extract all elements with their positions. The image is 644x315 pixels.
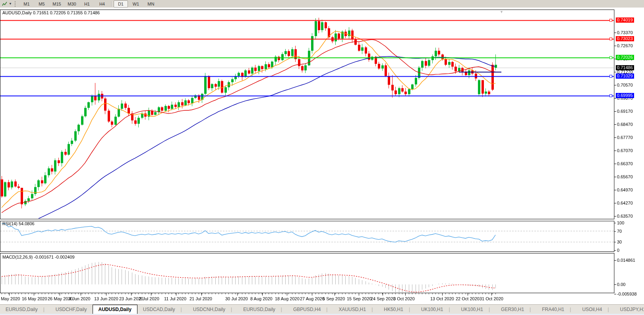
hline-price-tag: 0.73023: [616, 36, 634, 41]
timeframe-button-h4[interactable]: H4: [95, 0, 109, 8]
timeframe-button-m1[interactable]: M1: [19, 0, 34, 8]
price-tick-label: 0.67770: [617, 135, 633, 140]
tab-gbpusd-h4[interactable]: GBPUSD,H4|: [288, 305, 333, 314]
tab-usoil-h4[interactable]: USOil,H4|: [576, 305, 614, 314]
date-axis-label: 30 Jul 2020: [225, 296, 248, 301]
date-axis-label: 5 Sep 2020: [323, 296, 345, 301]
price-tick-label: 0.64270: [617, 201, 633, 205]
date-axis-label: 13 Jun 2020: [94, 296, 118, 301]
price-tick-label: 0.65670: [617, 174, 633, 179]
hline-price-tag: 0.72026: [616, 55, 634, 60]
tab-separator: |: [231, 307, 232, 312]
date-axis-label: 21 Jul 2020: [190, 296, 212, 301]
date-axis-label: 24 Sep 2020: [371, 296, 395, 301]
tab-audusd-daily[interactable]: AUDUSD,Daily: [93, 305, 137, 314]
tab-separator: |: [409, 307, 410, 312]
price-tick-label: 0.67070: [617, 148, 633, 153]
tab-usdcnh-daily[interactable]: USDCNH,Daily|: [188, 305, 238, 314]
rsi-axis-label: 30: [617, 240, 622, 244]
macd-axis-label: -0.005938: [617, 292, 637, 296]
hline-price-tag: 0.71029: [616, 73, 634, 79]
timeframe-button-w1[interactable]: W1: [129, 0, 143, 8]
tab-separator: |: [489, 307, 490, 312]
date-axis-label: 11 Jul 2020: [164, 296, 186, 301]
tab-fra40-h1[interactable]: FRA40,H1|: [536, 305, 576, 314]
price-tick-label: 0.63570: [617, 214, 633, 218]
tab-usdjpy-h1[interactable]: USDJPY,H1|: [615, 305, 644, 314]
date-axis-label: 16 May 2020: [22, 296, 47, 301]
date-axis-label: 4 Jun 2020: [69, 296, 90, 301]
tab-separator: |: [326, 307, 327, 312]
date-axis-label: 18 Aug 2020: [275, 296, 300, 301]
date-axis-label: 8 Aug 2020: [250, 296, 273, 301]
timeframe-button-m5[interactable]: M5: [35, 0, 49, 8]
top-toolbar: ▼ M1M5M15M30H1H4D1W1MN: [0, 0, 644, 8]
date-axis-label: 7 May 2020: [0, 296, 20, 301]
timeframe-button-d1[interactable]: D1: [114, 0, 128, 8]
timeframe-button-m15[interactable]: M15: [50, 0, 64, 8]
tab-hk50-h1[interactable]: HK50,H1|: [378, 305, 416, 314]
current-price-tag: 0.71486: [616, 65, 634, 70]
price-tick-label: 0.69170: [617, 109, 633, 114]
tab-separator: |: [181, 307, 182, 312]
rsi-label: RSI(14) 54.0806: [2, 221, 35, 226]
chart-mode-icon[interactable]: [1, 1, 8, 7]
tab-separator: |: [281, 307, 282, 312]
rsi-axis-label: 70: [617, 229, 622, 234]
price-chart-canvas[interactable]: [0, 8, 644, 313]
toolbar-grip[interactable]: [15, 1, 17, 7]
tab-separator: |: [43, 307, 44, 312]
symbol-title: AUDUSD,Daily 0.71651 0.72205 0.71355 0.7…: [2, 10, 100, 15]
price-tick-label: 0.64970: [617, 187, 633, 192]
rsi-axis-label: 0: [617, 248, 619, 253]
date-axis-label: 31 Oct 2020: [480, 296, 503, 301]
macd-label: MACD(12,26,9) -0.001671 -0.002409: [2, 255, 75, 259]
tab-xauusd-h1[interactable]: XAUUSD,H1|: [333, 305, 378, 314]
tab-uk100-h1[interactable]: UK100,H1|: [456, 305, 496, 314]
date-axis-label: 27 Aug 2020: [300, 296, 325, 301]
date-axis-label: 2 Jul 2020: [139, 296, 159, 301]
price-tick-label: 0.73370: [617, 30, 633, 35]
tab-usdchf-daily[interactable]: USDCHF,Daily: [50, 305, 93, 314]
hline-price-tag: 0.74019: [616, 17, 634, 23]
timeframe-button-mn[interactable]: MN: [144, 0, 158, 8]
date-axis-label: 22 Oct 2020: [456, 296, 480, 301]
tab-separator: |: [530, 307, 531, 312]
tab-separator: |: [449, 307, 450, 312]
tab-eurusd-daily[interactable]: EURUSD,Daily|: [238, 305, 288, 314]
macd-axis-label: 0.00: [617, 282, 625, 287]
rsi-axis-label: 100: [617, 220, 624, 225]
tab-eurusd-daily[interactable]: EURUSD,Daily|: [0, 305, 50, 314]
date-axis-label: 3 Oct 2020: [393, 296, 415, 301]
date-axis-label: 13 Oct 2020: [430, 296, 454, 301]
timeframe-button-m30[interactable]: M30: [65, 0, 79, 8]
chart-tab-bar: EURUSD,Daily|USDCHF,DailyAUDUSD,DailyUSD…: [0, 304, 644, 314]
tab-ger30-h1[interactable]: GER30,H1|: [495, 305, 536, 314]
price-tick-label: 0.72670: [617, 43, 633, 48]
macd-axis-label: 0.014861: [617, 258, 635, 263]
tab-uk100-h1[interactable]: UK100,H1|: [416, 305, 456, 314]
date-axis-label: 15 Sep 2020: [347, 296, 371, 301]
chart-shift-icon[interactable]: ▼: [500, 10, 503, 14]
tab-separator: |: [607, 307, 609, 312]
tab-separator: |: [371, 307, 373, 312]
hline-price-tag: 0.69995: [616, 93, 634, 98]
price-tick-label: 0.70570: [617, 83, 633, 87]
tab-separator: |: [570, 307, 571, 312]
tab-usdcad-daily[interactable]: USDCAD,Daily|: [137, 305, 188, 314]
price-tick-label: 0.68470: [617, 122, 633, 127]
chart-mode-dropdown-caret[interactable]: ▼: [9, 2, 12, 6]
price-tick-label: 0.66370: [617, 161, 633, 166]
timeframe-button-h1[interactable]: H1: [80, 0, 94, 8]
